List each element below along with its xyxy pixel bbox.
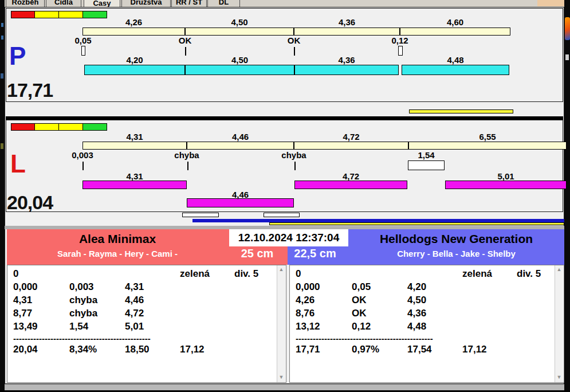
table-cell-split: OK xyxy=(352,308,367,319)
table-cell-division: div. 5 xyxy=(234,268,258,280)
lane-l-total-time: 20,04 xyxy=(7,193,53,212)
desktop-icon-speck xyxy=(1,143,3,149)
sensor-segment-time: 4,60 xyxy=(430,17,481,27)
table-cell-split: 4,31 xyxy=(125,281,144,293)
crossing-error-marker xyxy=(81,46,85,56)
run-segment-time: 4,50 xyxy=(214,55,266,65)
table-cell-split: chyba xyxy=(69,295,97,306)
start-light-red xyxy=(11,123,35,131)
sensor-bar-segment xyxy=(294,142,408,150)
run-bar-segment xyxy=(294,65,399,75)
start-light-red xyxy=(11,11,35,18)
tab-label: DL xyxy=(219,0,229,6)
tab-strip: RozběhČidlaČasyDružstvaRR / STDL xyxy=(5,0,564,7)
window-bottom-frame xyxy=(5,384,564,390)
table-cell-total: 0,97% xyxy=(352,344,379,355)
table-cell-split: 5,01 xyxy=(125,321,144,332)
crossing-result-label: 0,05 xyxy=(57,36,109,45)
sensor-segment-time: 4,50 xyxy=(214,17,265,27)
crossing-result-label: OK xyxy=(159,36,211,45)
sensor-segment-time: 4,26 xyxy=(108,17,160,27)
team-right-name: Hellodogs New Generation xyxy=(348,232,564,246)
sensor-bar-segment xyxy=(408,142,567,150)
team-left-dogs: Sarah - Rayma - Hery - Cami - xyxy=(7,249,228,258)
start-light-yellow2 xyxy=(59,11,83,18)
tab-dru-stva[interactable]: Družstva xyxy=(121,0,171,7)
tab-rozb-h[interactable]: Rozběh xyxy=(6,0,45,7)
run-segment-time: 4,46 xyxy=(215,190,266,199)
scroll-up-arrow[interactable]: ▲ xyxy=(555,266,563,272)
table-cell-split: 0,003 xyxy=(69,281,94,293)
desktop-corner-patch xyxy=(537,0,564,6)
table-cell-split: 4,36 xyxy=(407,308,426,319)
desktop-edge-left xyxy=(0,0,5,392)
table-cell-split: 4,46 xyxy=(125,295,144,306)
lane-l-panel: 4,314,464,726,550,003chybachyba1,544,314… xyxy=(6,120,563,212)
crossing-ok-marker xyxy=(187,162,188,170)
table-cell-run-count: 0 xyxy=(296,268,301,280)
sensor-segment-time: 4,31 xyxy=(109,132,160,142)
team-left-result-table[interactable]: 0zelenádiv. 50,0000,0034,314,31chyba4,46… xyxy=(7,265,286,383)
table-cell-split: 4,50 xyxy=(407,295,426,306)
team-right-result-table[interactable]: 0zelenádiv. 50,0000,054,204,26OK4,508,76… xyxy=(289,265,564,383)
table-cell-split: 13,49 xyxy=(13,321,38,332)
run-segment-time: 4,31 xyxy=(109,171,160,181)
table-cell-split: 4,20 xyxy=(407,281,426,293)
table-cell-light-color: zelená xyxy=(462,268,492,280)
table-cell-run-count: 0 xyxy=(13,268,18,280)
run-bar-segment xyxy=(402,65,509,75)
table-cell-split: 4,31 xyxy=(13,295,32,306)
progress-bar xyxy=(409,109,513,113)
team-right-jump-height: 22,5 cm xyxy=(286,247,344,260)
crossing-result-label: chyba xyxy=(161,150,213,160)
crossing-error-marker xyxy=(408,160,445,170)
table-cell-total: 17,12 xyxy=(180,344,205,355)
tab--asy[interactable]: Časy xyxy=(84,0,120,7)
crossing-ok-marker xyxy=(82,162,84,170)
datetime-display: 12.10.2024 12:37:04 xyxy=(229,229,348,246)
sensor-segment-time: 6,55 xyxy=(462,132,513,142)
crossing-result-label: 0,003 xyxy=(57,150,108,160)
tab-label: Časy xyxy=(93,0,111,7)
table-cell-split: chyba xyxy=(69,308,97,319)
crossing-result-label: 0,12 xyxy=(374,36,426,45)
scroll-down-arrow[interactable]: ▼ xyxy=(277,374,285,380)
crossing-ok-marker xyxy=(294,162,296,170)
tab-label: Družstva xyxy=(131,0,162,6)
crossing-result-label: OK xyxy=(268,36,320,45)
table-cell-split: 13,12 xyxy=(296,321,320,332)
lane-p-progress-area xyxy=(6,102,563,116)
table-cell-split: 4,72 xyxy=(125,308,144,319)
sensor-bar-segment xyxy=(82,142,187,150)
table-cell-split: 1,54 xyxy=(69,321,88,332)
run-segment-time: 4,72 xyxy=(325,171,377,181)
lane-l-letter: L xyxy=(10,151,26,177)
sensor-bar-segment xyxy=(82,28,185,36)
table-cell-split: 0,000 xyxy=(13,281,38,293)
table-scrollbar[interactable]: ▲▼ xyxy=(555,265,563,382)
run-bar-segment xyxy=(445,181,567,189)
crossing-ok-marker xyxy=(294,47,295,56)
table-cell-split: 0,12 xyxy=(352,321,371,332)
team-left-jump-height: 25 cm xyxy=(228,247,286,260)
browser-icon xyxy=(565,17,570,40)
tab--idla[interactable]: Čidla xyxy=(46,0,81,7)
table-cell-split: 0,000 xyxy=(296,281,320,293)
timing-app-window: RozběhČidlaČasyDružstvaRR / STDL 4,264,5… xyxy=(0,0,570,392)
tab-rr-st[interactable]: RR / ST xyxy=(171,0,207,7)
tab-dl[interactable]: DL xyxy=(207,0,240,7)
tab-label: Rozběh xyxy=(12,0,39,6)
run-segment-time: 4,48 xyxy=(430,55,481,65)
desktop-icon-speck xyxy=(1,73,3,79)
table-scrollbar[interactable]: ▲▼ xyxy=(277,265,285,382)
sensor-bar-segment xyxy=(400,28,510,36)
gap-outline-box xyxy=(182,213,219,217)
scroll-down-arrow[interactable]: ▼ xyxy=(555,374,563,380)
table-dashed-separator: ----------------------------------------… xyxy=(13,334,174,343)
sensor-bar-segment xyxy=(187,142,294,150)
desktop-icon-speck xyxy=(565,54,569,60)
crossing-result-label: chyba xyxy=(268,150,320,160)
sensor-segment-time: 4,36 xyxy=(321,17,373,27)
scroll-up-arrow[interactable]: ▲ xyxy=(277,266,285,272)
table-cell-light-color: zelená xyxy=(180,268,210,280)
